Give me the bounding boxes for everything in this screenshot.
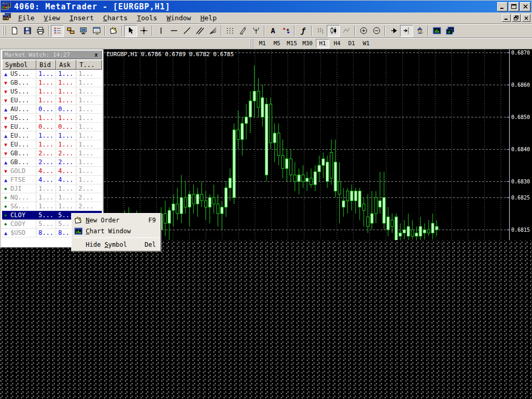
cursor-tool-button[interactable]	[124, 25, 137, 37]
grid-tool-button[interactable]	[223, 25, 236, 37]
column-header-bid[interactable]: Bid	[36, 60, 56, 70]
menu-charts[interactable]: Charts	[99, 13, 132, 23]
timeframe-button-m15[interactable]: M15	[285, 39, 299, 48]
cycle-lines-tool-button[interactable]	[249, 25, 262, 37]
auto-scroll-button[interactable]	[387, 25, 400, 37]
table-row[interactable]: ▼EU...0...0...1...	[2, 123, 102, 131]
maximize-button[interactable]	[509, 2, 519, 11]
tile-windows-button[interactable]	[443, 25, 456, 37]
bar-chart-type-button[interactable]	[314, 25, 327, 37]
expert-advisors-button[interactable]	[413, 25, 426, 37]
diamond-arrow-icon: ◆	[4, 195, 10, 200]
timeframe-button-h1[interactable]: H1	[316, 39, 329, 48]
timeframe-button-h4[interactable]: H4	[330, 39, 344, 48]
title-bar[interactable]: 4060: MetaTrader - [EURGBP,H1]	[0, 0, 532, 12]
child-close-button[interactable]	[522, 14, 530, 22]
price-tick-label: 0.6850	[511, 114, 530, 120]
candle	[314, 165, 316, 191]
andrews-pitchfork-tool-button[interactable]	[236, 25, 249, 37]
menu-insert[interactable]: Insert	[65, 13, 99, 23]
market-watch-close-icon[interactable]: x	[93, 51, 99, 58]
market-watch-toggle-button[interactable]	[51, 25, 64, 37]
candle	[370, 191, 373, 230]
table-row[interactable]: ▲US...1...1...1...	[2, 70, 102, 78]
context-menu-item-chart-window[interactable]: Chart Window	[72, 225, 160, 236]
save-button[interactable]	[21, 25, 34, 37]
column-header-time[interactable]: T...	[76, 60, 102, 70]
table-row[interactable]: ◆DJI1...1...2...	[2, 184, 102, 193]
context-menu: New Order F9 Chart Window Hide Symbol De…	[71, 213, 161, 251]
price-axis[interactable]: 0.68700.68600.68500.68400.68300.68250.68…	[507, 50, 530, 233]
minimize-button[interactable]	[497, 2, 508, 11]
child-minimize-button[interactable]	[502, 14, 511, 22]
market-watch-header: Symbol Bid Ask T...	[2, 60, 102, 70]
menu-view[interactable]: View	[39, 13, 64, 23]
line-chart-type-button[interactable]	[340, 25, 353, 37]
horizontal-line-tool-button[interactable]	[167, 25, 180, 37]
column-header-symbol[interactable]: Symbol	[2, 60, 36, 70]
candle	[379, 172, 381, 214]
data-window-button[interactable]	[64, 25, 77, 37]
channel-tool-button[interactable]	[193, 25, 206, 37]
new-chart-button[interactable]	[8, 25, 21, 37]
context-menu-item-hide-symbol[interactable]: Hide Symbol Del	[72, 239, 160, 250]
table-row[interactable]: ▲GB...2...2...1...	[2, 158, 102, 167]
up-arrow-icon: ▲	[4, 133, 10, 139]
candlestick-chart-type-button[interactable]	[327, 25, 340, 37]
table-row[interactable]: ◆NQ...1...1...2...	[2, 193, 102, 202]
print-button[interactable]	[34, 25, 47, 37]
toolbar-grip[interactable]	[250, 39, 254, 48]
timeframe-button-m30[interactable]: M30	[300, 39, 315, 48]
timeframe-button-d1[interactable]: D1	[345, 39, 358, 48]
table-row[interactable]: ▼US...1...1...1...	[2, 114, 102, 123]
menu-help[interactable]: Help	[196, 13, 221, 23]
table-row[interactable]: ▼EU...1...1...1...	[2, 140, 102, 149]
column-header-ask[interactable]: Ask	[56, 60, 76, 70]
menu-tools[interactable]: Tools	[132, 13, 162, 23]
crosshair-tool-button[interactable]	[137, 25, 150, 37]
shortcut-label: F9	[149, 217, 156, 224]
zoom-out-button[interactable]	[370, 25, 383, 37]
candle	[423, 223, 426, 240]
vertical-line-tool-button[interactable]	[154, 25, 167, 37]
table-row[interactable]: ▼GB...1...1...1...	[2, 78, 102, 87]
text-tool-button[interactable]: A	[267, 25, 280, 37]
timeframe-button-m5[interactable]: M5	[270, 39, 284, 48]
symbol-name: US...	[10, 88, 29, 95]
timeframe-button-m1[interactable]: M1	[256, 39, 269, 48]
menu-window[interactable]: Window	[162, 13, 196, 23]
candle	[277, 124, 280, 166]
candle	[294, 162, 296, 191]
market-watch-caption[interactable]: Market Watch: 14:27 x	[2, 50, 102, 59]
table-row[interactable]: ▼US...1...1...1...	[2, 87, 102, 96]
price-chart[interactable]: 0.68700.68600.68500.68400.68300.68250.68…	[104, 49, 532, 240]
table-row[interactable]: ▲AU...0...0...1...	[2, 105, 102, 114]
chart-child-icon[interactable]	[3, 13, 11, 23]
candle	[350, 184, 353, 210]
zoom-in-button[interactable]	[357, 25, 370, 37]
chart-shift-button[interactable]	[400, 25, 413, 37]
chart-window[interactable]: 0.68700.68600.68500.68400.68300.68250.68…	[104, 49, 532, 240]
navigator-button[interactable]	[77, 25, 90, 37]
new-window-button[interactable]	[430, 25, 443, 37]
terminal-button[interactable]	[90, 25, 103, 37]
trendline-tool-button[interactable]	[180, 25, 193, 37]
table-row[interactable]: ▼GOLD4...4...1...	[2, 167, 102, 176]
menu-file[interactable]: File	[14, 13, 39, 23]
table-row[interactable]: ◆S&...1...1...2...	[2, 202, 102, 211]
fibonacci-tool-button[interactable]	[206, 25, 219, 37]
table-row[interactable]: ▼GB...2...2...1...	[2, 149, 102, 158]
timeframe-button-w1[interactable]: W1	[360, 39, 373, 48]
close-button[interactable]	[520, 2, 530, 11]
child-restore-button[interactable]	[512, 14, 521, 22]
table-row[interactable]: ▲FTSE4...4...1...	[2, 176, 102, 184]
context-menu-item-new-order[interactable]: New Order F9	[72, 215, 160, 225]
new-order-button[interactable]	[107, 25, 120, 37]
indicators-button[interactable]: ƒ	[297, 25, 310, 37]
table-row[interactable]: ▼EU...1...1...1...	[2, 96, 102, 105]
app-icon	[2, 2, 11, 12]
toolbar-grip[interactable]	[3, 26, 6, 35]
arrows-tool-button[interactable]	[280, 25, 292, 37]
candle	[428, 220, 430, 236]
table-row[interactable]: ▲EU...1...1...1...	[2, 131, 102, 140]
